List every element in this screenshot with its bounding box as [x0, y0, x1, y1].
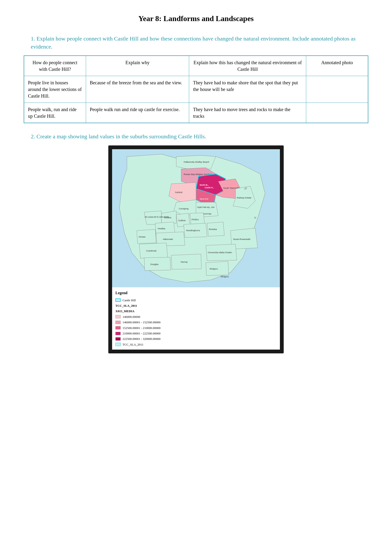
- legend-label-1: 146000.00001 - 152500.00000: [123, 319, 161, 325]
- legend-item-5: TCC_SLA_2011: [115, 342, 277, 347]
- legend-x015: X015_MEDIA: [115, 308, 277, 314]
- row1-why: Because of the breeze from the sea and t…: [86, 76, 189, 103]
- legend-item-1: 146000.00001 - 152500.00000: [115, 319, 277, 325]
- question-1-table: How do people connect with Castle Hill? …: [24, 55, 368, 123]
- legend-castle-swatch: [115, 298, 121, 302]
- swatch-2: [115, 326, 121, 329]
- swatch-1: [115, 321, 121, 324]
- legend-castle-hill: Castle Hill: [115, 298, 277, 303]
- header-connect: How do people connect with Castle Hill?: [24, 56, 86, 76]
- table-header-row: How do people connect with Castle Hill? …: [24, 56, 368, 76]
- legend-item-2: 152500.00001 - 210000.00000: [115, 325, 277, 331]
- legend-tcc-sla: TCC_SLA_2011: [115, 303, 277, 308]
- svg-text:Castle H...: Castle H...: [204, 186, 214, 188]
- header-changed: Explain how this has changed the natural…: [189, 56, 306, 76]
- svg-text:Stuart-Roseneath: Stuart-Roseneath: [233, 238, 250, 240]
- legend-label-4: 222500.00001 - 320000.00000: [123, 336, 161, 341]
- row2-changed: They have had to move trees and rocks to…: [189, 103, 306, 123]
- legend-label-0: 146000.00000: [123, 314, 140, 319]
- question-1-text: 1. Explain how people connect with Castl…: [31, 35, 368, 51]
- table-row: People live in houses around the lower s…: [24, 76, 368, 103]
- svg-text:Kirwan: Kirwan: [139, 236, 146, 238]
- svg-text:Rosslea: Rosslea: [209, 228, 217, 230]
- svg-text:Garbutt: Garbutt: [175, 191, 183, 194]
- svg-text:Wulguru: Wulguru: [221, 276, 229, 278]
- question-1-body: Explain how people connect with Castle H…: [31, 35, 356, 50]
- row2-photo: [306, 103, 368, 123]
- question-1: 1. Explain how people connect with Castl…: [24, 35, 368, 123]
- legend-castle-hill-label: Castle Hill: [123, 298, 136, 303]
- swatch-0: [115, 315, 121, 318]
- svg-text:Mt Louisa-Mt St John-Bohle: Mt Louisa-Mt St John-Bohle: [145, 216, 169, 218]
- svg-text:Heatley: Heatley: [158, 227, 165, 230]
- row2-connect: People walk, run and ride up Castle Hill…: [24, 103, 86, 123]
- header-why: Explain why: [86, 56, 189, 76]
- map-svg: Pallarenda-Shelley Beach Rowes Bay-Belgi…: [112, 149, 280, 287]
- swatch-3: [115, 332, 121, 335]
- header-photo: Annotated photo: [306, 56, 368, 76]
- legend-item-3: 210000.00001 - 222500.00000: [115, 331, 277, 336]
- page-title: Year 8: Landforms and Landscapes: [24, 14, 368, 23]
- svg-text:Currajong: Currajong: [179, 208, 189, 210]
- svg-text:Aitkenvale: Aitkenvale: [163, 238, 173, 240]
- map-container: Pallarenda-Shelley Beach Rowes Bay-Belgi…: [108, 145, 284, 353]
- svg-text:Pimlico: Pimlico: [191, 218, 199, 221]
- svg-text:Gulliver: Gulliver: [178, 219, 186, 222]
- legend-item-0: 146000.00000: [115, 314, 277, 319]
- question-2-body: Create a map showing land values in the …: [36, 133, 206, 139]
- legend-item-4: 222500.00001 - 320000.00000: [115, 336, 277, 341]
- question-2-number: 2.: [31, 133, 35, 139]
- svg-text:Douglas: Douglas: [150, 263, 159, 265]
- table-row: People walk, run and ride up Castle Hill…: [24, 103, 368, 123]
- legend-label-5: TCC_SLA_2011: [123, 342, 143, 347]
- question-2: 2. Create a map showing land values in t…: [24, 133, 368, 353]
- map-image: Pallarenda-Shelley Beach Rowes Bay-Belgi…: [112, 149, 280, 287]
- legend-title: Legend: [115, 290, 277, 297]
- svg-text:Pallarenda-Shelley Beach: Pallarenda-Shelley Beach: [184, 161, 209, 163]
- legend-label-3: 210000.00001 - 222500.00000: [123, 331, 161, 336]
- row1-connect: People live in houses around the lower s…: [24, 76, 86, 103]
- row1-photo: [306, 76, 368, 103]
- svg-text:Hyde Park-My...rton: Hyde Park-My...rton: [197, 206, 215, 208]
- svg-text:West End: West End: [200, 198, 208, 200]
- svg-text:Cranbrook: Cranbrook: [146, 250, 157, 252]
- row2-why: People walk run and ride up castle for e…: [86, 103, 189, 123]
- svg-text:North W...: North W...: [200, 184, 209, 186]
- map-legend: Legend Castle Hill TCC_SLA_2011 X015_MED…: [112, 287, 280, 350]
- svg-text:Mundingburra: Mundingburra: [186, 229, 200, 231]
- question-1-number: 1.: [31, 35, 35, 42]
- swatch-4: [115, 337, 121, 341]
- row1-changed: They have had to make shore that the spo…: [189, 76, 306, 103]
- question-2-text: 2. Create a map showing land values in t…: [31, 133, 368, 141]
- swatch-5: [115, 343, 121, 346]
- svg-text:Murray: Murray: [181, 261, 188, 263]
- svg-text:Wulguru: Wulguru: [210, 268, 218, 270]
- legend-label-2: 152500.00001 - 210000.00000: [123, 325, 161, 331]
- svg-text:Railway Estate: Railway Estate: [237, 197, 252, 199]
- svg-text:Oonoonba-Idalia-Cluden: Oonoonba-Idalia-Cluden: [208, 251, 232, 254]
